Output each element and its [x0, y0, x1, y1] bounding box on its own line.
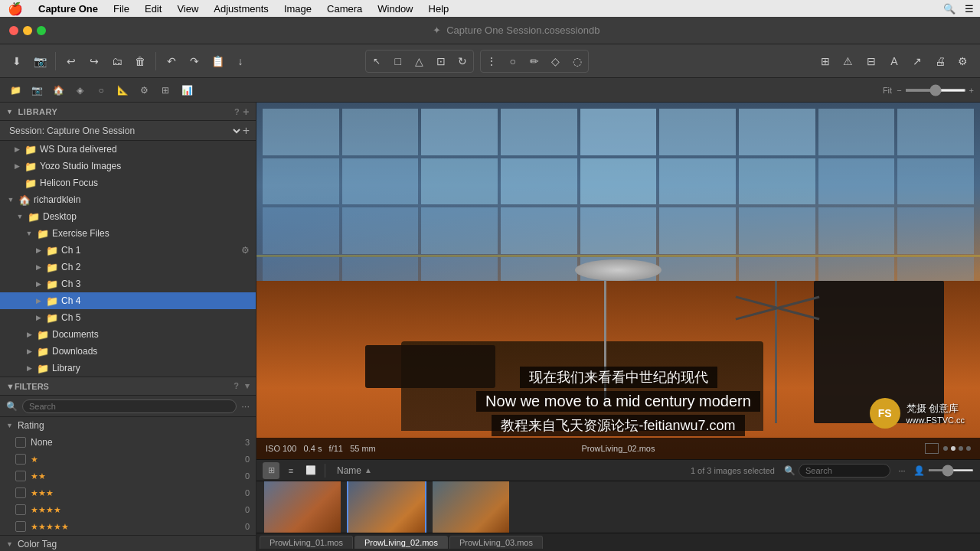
zoom-slider[interactable] — [905, 89, 966, 92]
tree-item-helicon[interactable]: 📁 Helicon Focus — [0, 174, 256, 191]
alert-button[interactable]: ⚠ — [838, 51, 859, 72]
mask-tool[interactable]: ◌ — [567, 51, 588, 72]
pen-tool[interactable]: ✏ — [524, 51, 545, 72]
tree-item-ch3[interactable]: ▶ 📁 Ch 3 — [0, 276, 256, 292]
list-view-btn[interactable]: ≡ — [283, 462, 299, 479]
histogram-button[interactable]: ⊟ — [861, 51, 882, 72]
menu-help[interactable]: Help — [421, 0, 457, 17]
print-button[interactable]: 🖨 — [929, 51, 951, 72]
film-tab-3[interactable]: ProwLiving_03.mos — [449, 536, 543, 549]
target-icon[interactable]: ◈ — [70, 81, 89, 99]
process-button[interactable]: ↩ — [60, 51, 82, 72]
menu-capture-one[interactable]: Capture One — [31, 0, 106, 17]
filmstrip-thumb-2[interactable] — [347, 481, 426, 533]
tree-item-documents[interactable]: ▶ 📁 Documents — [0, 326, 256, 343]
capture-icon[interactable]: 📷 — [28, 81, 46, 99]
ellipse-tool[interactable]: ○ — [502, 51, 524, 72]
apple-menu[interactable]: 🍎 — [0, 2, 31, 16]
home-icon[interactable]: 🏠 — [49, 81, 67, 99]
undo-button[interactable]: ↶ — [161, 51, 182, 72]
grid-view-button[interactable]: ⊞ — [815, 51, 836, 72]
straighten-tool[interactable]: ↻ — [452, 51, 473, 72]
session-add-button[interactable]: + — [243, 124, 250, 138]
cursor-tool[interactable]: ↖ — [366, 51, 387, 72]
menu-file[interactable]: File — [106, 0, 137, 17]
rating-header[interactable]: ▼ Rating — [0, 417, 256, 434]
close-button[interactable] — [9, 26, 18, 35]
spotlight-icon[interactable]: 🔍 — [943, 3, 956, 15]
tree-item-ch5[interactable]: ▶ 📁 Ch 5 — [0, 309, 256, 326]
zoom-in-icon[interactable]: + — [969, 86, 974, 95]
tree-item-exercise[interactable]: ▼ 📁 Exercise Files — [0, 225, 256, 242]
name-column-label[interactable]: Name — [337, 465, 361, 476]
fit-label[interactable]: Fit — [883, 86, 892, 95]
menu-edit[interactable]: Edit — [137, 0, 169, 17]
library-help[interactable]: ? — [234, 107, 240, 116]
maximize-button[interactable] — [37, 26, 46, 35]
sort-arrow[interactable]: ▲ — [364, 466, 372, 474]
tree-item-ch1[interactable]: ▶ 📁 Ch 1 ⚙ — [0, 242, 256, 259]
capture-button[interactable]: 📷 — [29, 51, 51, 72]
text-tool[interactable]: A — [884, 51, 905, 72]
film-tab-1[interactable]: ProwLiving_01.mos — [260, 536, 353, 549]
tree-item-desktop[interactable]: ▼ 📁 Desktop — [0, 208, 256, 225]
menu-image[interactable]: Image — [276, 0, 319, 17]
search-options-button[interactable]: ··· — [241, 400, 250, 412]
tree-item-richardklein[interactable]: ▼ 🏠 richardklein — [0, 191, 256, 208]
menu-camera[interactable]: Camera — [319, 0, 370, 17]
gradient-tool[interactable]: ◇ — [545, 51, 567, 72]
rating-3star-check[interactable] — [15, 487, 26, 498]
rotate-tool[interactable]: ⊡ — [430, 51, 452, 72]
filmstrip-thumb-1[interactable] — [263, 481, 342, 533]
tree-item-downloads[interactable]: ▶ 📁 Downloads — [0, 343, 256, 360]
view-options[interactable] — [925, 443, 939, 454]
panel-layout-icon[interactable]: ☰ — [965, 3, 974, 15]
paste-button[interactable]: ↓ — [230, 51, 251, 72]
filter-search-input[interactable] — [22, 399, 237, 413]
rating-1star-check[interactable] — [15, 454, 26, 465]
minimize-button[interactable] — [23, 26, 32, 35]
zoom-button[interactable]: ↗ — [906, 51, 928, 72]
filters-more[interactable]: ▾ — [245, 381, 250, 391]
folder-button[interactable]: 🗂 — [106, 51, 128, 72]
crop-tool[interactable]: △ — [409, 51, 430, 72]
delete-button[interactable]: 🗑 — [129, 51, 151, 72]
tree-item-ch2[interactable]: ▶ 📁 Ch 2 — [0, 259, 256, 276]
grid-icon[interactable]: ⊞ — [156, 81, 175, 99]
tree-item-ch4[interactable]: ▶ 📁 Ch 4 — [0, 292, 256, 309]
filmstrip-zoom-slider[interactable] — [928, 469, 974, 471]
gear-icon2[interactable]: ⚙ — [135, 81, 153, 99]
tree-item-library[interactable]: ▶ 📁 Library — [0, 360, 256, 377]
tree-item-yozo[interactable]: ▶ 📁 Yozo Studio Images — [0, 158, 256, 174]
rating-2star-check[interactable] — [15, 471, 26, 481]
library-add-button[interactable]: + — [243, 106, 250, 118]
film-tab-2[interactable]: ProwLiving_02.mos — [354, 536, 448, 549]
color-tag-header[interactable]: ▼ Color Tag — [0, 536, 256, 551]
redo-button[interactable]: ↷ — [184, 51, 205, 72]
filmstrip-thumb-3[interactable] — [431, 481, 511, 533]
gear-icon[interactable]: ⚙ — [241, 245, 250, 256]
circle-icon[interactable]: ○ — [92, 81, 110, 99]
chart-icon[interactable]: 📊 — [178, 81, 196, 99]
fs-options-btn[interactable]: ··· — [893, 462, 910, 479]
menu-adjustments[interactable]: Adjustments — [206, 0, 276, 17]
filmstrip-search-input[interactable] — [799, 464, 890, 478]
zoom-out-icon[interactable]: − — [897, 86, 901, 95]
sync-button[interactable]: ↪ — [83, 51, 105, 72]
rating-4star-check[interactable] — [15, 504, 26, 515]
strip-view-btn[interactable]: ⬜ — [302, 462, 319, 479]
tree-item-ws-dura[interactable]: ▶ 📁 WS Dura delivered — [0, 141, 256, 158]
line-tool[interactable]: ⋮ — [481, 51, 502, 72]
grid-view-btn[interactable]: ⊞ — [263, 462, 279, 479]
library-icon[interactable]: 📁 — [6, 81, 24, 99]
image-viewer[interactable]: ISO 100 0.4 s f/11 55 mm ProwLiving_02.m… — [256, 103, 980, 459]
rating-none-check[interactable] — [15, 437, 26, 448]
menu-window[interactable]: Window — [370, 0, 420, 17]
library-header[interactable]: ▼ LIBRARY ? + — [0, 103, 256, 121]
filters-help[interactable]: ? — [234, 381, 239, 391]
copy-button[interactable]: 📋 — [207, 51, 228, 72]
rating-5star-check[interactable] — [15, 521, 26, 532]
select-tool[interactable]: □ — [387, 51, 409, 72]
ruler-icon[interactable]: 📐 — [113, 81, 132, 99]
session-selector[interactable]: Session: Capture One Session — [6, 125, 243, 137]
